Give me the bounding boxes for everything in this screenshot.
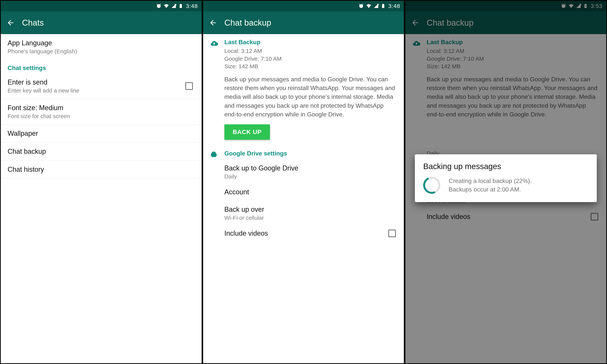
cloud-upload-icon [210, 39, 219, 140]
font-size-primary: Font size: Medium [8, 104, 195, 112]
cell-icon [171, 3, 177, 9]
page-title: Chats [22, 18, 44, 27]
wifi-icon [366, 3, 372, 9]
status-bar: 3:48 [1, 1, 202, 11]
dialog-line1: Creating a local backup (22%). [449, 177, 532, 185]
content: App Language Phone's language (English) … [1, 34, 202, 179]
gdrive-settings-block: Google Drive settings [203, 145, 404, 158]
enter-send-primary: Enter is send [8, 78, 185, 86]
last-backup-heading: Last Backup [224, 39, 397, 46]
status-time: 3:48 [388, 3, 400, 9]
app-language-secondary: Phone's language (English) [8, 48, 195, 55]
screen-chats: 3:48 Chats App Language Phone's language… [0, 0, 202, 364]
backup-progress-dialog: Backing up messages Creating a local bac… [415, 154, 597, 202]
app-language-primary: App Language [8, 39, 195, 47]
dialog-text: Creating a local backup (22%). Backups o… [449, 177, 532, 194]
item-chat-history[interactable]: Chat history [1, 161, 202, 179]
last-backup-size: Size: 142 MB [224, 63, 397, 70]
page-title: Chat backup [224, 18, 271, 27]
back-button[interactable] [6, 19, 15, 27]
item-account[interactable]: Account [224, 184, 397, 201]
cell-icon [373, 3, 379, 9]
font-size-secondary: Font size for chat screen [8, 113, 195, 119]
wallpaper-label: Wallpaper [8, 130, 195, 137]
battery-icon [179, 3, 183, 9]
backup-button[interactable]: BACK UP [224, 124, 270, 140]
content: Last Backup Local: 3:12 AM Google Drive:… [203, 34, 404, 242]
chat-backup-label: Chat backup [8, 147, 195, 156]
alarm-icon [358, 3, 364, 9]
alarm-icon [156, 3, 162, 9]
status-time: 3:48 [186, 3, 198, 9]
backup-description: Back up your messages and media to Googl… [224, 75, 397, 119]
progress-spinner-icon [421, 174, 443, 196]
item-app-language[interactable]: App Language Phone's language (English) [1, 34, 202, 60]
section-chat-settings: Chat settings [1, 60, 202, 73]
item-backup-frequency[interactable]: Back up to Google Drive Daily [224, 160, 397, 184]
last-backup-gdrive: Google Drive: 7:10 AM [224, 55, 397, 63]
gdrive-settings-heading: Google Drive settings [224, 150, 397, 157]
wifi-icon [163, 3, 169, 9]
item-backup-over[interactable]: Back up over Wi-Fi or cellular [224, 201, 397, 225]
dialog-title: Backing up messages [423, 162, 588, 171]
item-font-size[interactable]: Font size: Medium Font size for chat scr… [1, 99, 202, 125]
screen-chat-backup: 3:48 Chat backup Last Backup Local: 3:12… [202, 0, 405, 364]
item-enter-is-send[interactable]: Enter is send Enter key will add a new l… [1, 73, 202, 99]
last-backup-local: Local: 3:12 AM [224, 47, 397, 55]
google-drive-icon [210, 150, 219, 158]
battery-icon [381, 3, 385, 9]
app-bar: Chats [1, 11, 202, 34]
item-include-videos[interactable]: Include videos [224, 225, 397, 242]
include-videos-checkbox[interactable] [388, 230, 396, 237]
enter-send-checkbox[interactable] [185, 82, 193, 90]
item-chat-backup[interactable]: Chat backup [1, 143, 202, 161]
app-bar: Chat backup [203, 11, 404, 34]
enter-send-secondary: Enter key will add a new line [8, 87, 185, 94]
status-bar: 3:48 [203, 1, 404, 11]
item-wallpaper[interactable]: Wallpaper [1, 125, 202, 143]
back-button[interactable] [209, 19, 217, 27]
screen-chat-backup-dialog: 3:53 Chat backup Last Backup Local: 3:12… [405, 0, 607, 364]
last-backup-block: Last Backup Local: 3:12 AM Google Drive:… [203, 34, 404, 140]
chat-history-label: Chat history [8, 166, 195, 173]
dialog-line2: Backups occur at 2:00 AM. [449, 185, 532, 194]
